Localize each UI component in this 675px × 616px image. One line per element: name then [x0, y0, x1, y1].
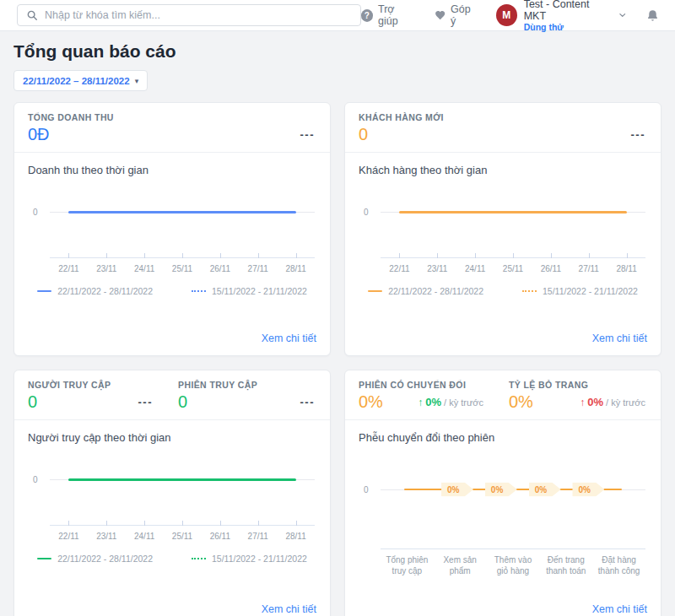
legend-swatch-solid: [368, 290, 382, 292]
y-axis-tick: 0: [33, 475, 38, 484]
funnel-category-label: Đến trang thanh toán: [539, 549, 592, 576]
card-visitors-sessions: NGƯỜI TRUY CẬP 0 --- PHIÊN TRUY CẬP 0 --…: [14, 370, 331, 616]
cards-grid: TỔNG DOANH THU 0Đ --- Doanh thu theo thờ…: [14, 102, 662, 616]
revenue-line-chart: 0: [28, 183, 315, 257]
heart-icon: [435, 9, 446, 21]
x-axis: 22/11 23/11 24/11 25/11 26/11 27/11 28/1…: [50, 257, 315, 273]
arrow-up-icon: ↑: [580, 397, 585, 408]
funnel-conversion-badge: 0%: [529, 483, 561, 497]
main-content: Tổng quan báo cáo 22/11/2022 – 28/11/202…: [0, 31, 675, 616]
x-axis-label: 27/11: [239, 526, 277, 541]
funnel-chart: 0 0% 0% 0% 0%: [359, 451, 645, 548]
avatar: M: [496, 4, 517, 26]
x-axis-label: 28/11: [608, 258, 645, 273]
visitors-line-chart: 0: [28, 451, 315, 525]
y-axis-tick: 0: [33, 208, 38, 217]
x-axis-label: 25/11: [164, 526, 202, 541]
legend-swatch-dotted: [192, 558, 206, 559]
legend-item-previous: 15/11/2022 - 21/11/2022: [192, 286, 307, 296]
funnel-category-label: Thêm vào giỏ hàng: [487, 549, 540, 576]
user-trial-badge: Dùng thử: [524, 22, 611, 32]
view-details-link[interactable]: Xem chi tiết: [262, 332, 316, 344]
legend-label: 15/11/2022 - 21/11/2022: [212, 554, 307, 564]
metric-value: 0Đ: [28, 125, 50, 144]
x-axis-label: 23/11: [418, 258, 456, 273]
chart-legend: 22/11/2022 - 28/11/2022 15/11/2022 - 21/…: [345, 286, 661, 296]
change-value: 0%: [587, 396, 603, 408]
x-axis-label: 27/11: [570, 258, 608, 273]
legend-item-previous: 15/11/2022 - 21/11/2022: [192, 554, 307, 564]
metric-label: KHÁCH HÀNG MỚI: [359, 112, 647, 122]
legend-item-current: 22/11/2022 - 28/11/2022: [368, 286, 483, 296]
view-details-link[interactable]: Xem chi tiết: [262, 603, 316, 615]
x-axis-label: 23/11: [88, 258, 126, 273]
notifications-button[interactable]: [645, 8, 660, 23]
metric-value: 0%: [509, 392, 533, 412]
metric-value: 0: [178, 392, 187, 412]
legend-label: 15/11/2022 - 21/11/2022: [543, 286, 638, 296]
help-label: Trợ giúp: [378, 3, 416, 27]
funnel-category-label: Xem sản phẩm: [434, 549, 487, 576]
metric-placeholder: ---: [300, 396, 316, 408]
metric-placeholder: ---: [138, 396, 154, 408]
x-axis-label: 25/11: [494, 258, 532, 273]
funnel-category-label: Tổng phiên truy cập: [381, 549, 434, 576]
funnel-conversion-badge: 0%: [572, 483, 604, 497]
chart-legend: 22/11/2022 - 28/11/2022 15/11/2022 - 21/…: [14, 286, 330, 296]
x-axis: 22/11 23/11 24/11 25/11 26/11 27/11 28/1…: [381, 257, 645, 273]
card-total-revenue: TỔNG DOANH THU 0Đ --- Doanh thu theo thờ…: [14, 102, 331, 356]
metric-sessions: PHIÊN TRUY CẬP 0 ---: [178, 380, 316, 412]
x-axis-label: 24/11: [456, 258, 494, 273]
legend-item-current: 22/11/2022 - 28/11/2022: [37, 554, 153, 564]
feedback-button[interactable]: Góp ý: [435, 3, 478, 27]
metric-bounce-rate: TỶ LỆ BỎ TRANG 0% ↑ 0% / kỳ trước: [509, 380, 647, 412]
user-menu[interactable]: M Test - Content MKT Dùng thử: [496, 0, 627, 32]
metric-value: 0%: [359, 392, 383, 412]
metric-label: NGƯỜI TRUY CẬP: [28, 380, 166, 390]
x-axis-label: 28/11: [277, 526, 315, 541]
x-axis-label: 23/11: [88, 526, 126, 541]
help-button[interactable]: ? Trợ giúp: [361, 3, 416, 27]
series-line-current: [68, 478, 296, 481]
arrow-up-icon: ↑: [418, 397, 423, 408]
chevron-down-icon: [618, 10, 627, 20]
x-axis-label: 26/11: [201, 258, 239, 273]
metric-label: TỔNG DOANH THU: [28, 112, 316, 122]
change-value: 0%: [425, 396, 441, 408]
chart-title: Doanh thu theo thời gian: [14, 153, 330, 176]
feedback-label: Góp ý: [451, 3, 478, 27]
y-axis-tick: 0: [364, 485, 369, 494]
metric-converted-sessions: PHIÊN CÓ CHUYỂN ĐỔI 0% ↑ 0% / kỳ trước: [359, 380, 497, 412]
search-box[interactable]: [17, 4, 361, 26]
x-axis-label: 28/11: [277, 258, 315, 273]
x-axis-label: 26/11: [532, 258, 570, 273]
funnel-conversion-badge: 0%: [485, 483, 517, 497]
x-axis-label: 22/11: [381, 258, 418, 273]
metric-label: PHIÊN TRUY CẬP: [178, 380, 316, 390]
legend-label: 22/11/2022 - 28/11/2022: [388, 286, 483, 296]
change-suffix: / kỳ trước: [444, 397, 483, 408]
metric-placeholder: ---: [300, 128, 316, 141]
customers-line-chart: 0: [359, 183, 645, 257]
search-input[interactable]: [45, 9, 352, 21]
x-axis-label: 22/11: [50, 526, 88, 541]
metric-change: ↑ 0% / kỳ trước: [580, 396, 645, 408]
series-line-current: [68, 211, 296, 213]
x-axis: 22/11 23/11 24/11 25/11 26/11 27/11 28/1…: [50, 525, 315, 541]
view-details-link[interactable]: Xem chi tiết: [592, 603, 647, 615]
x-axis: Tổng phiên truy cập Xem sản phẩm Thêm và…: [381, 548, 645, 576]
date-range-label: 22/11/2022 – 28/11/2022: [23, 76, 130, 86]
topbar: ? Trợ giúp Góp ý M Test - Content MKT Dù…: [0, 0, 675, 31]
x-axis-label: 22/11: [50, 258, 88, 273]
change-suffix: / kỳ trước: [606, 397, 645, 408]
series-line-current: [399, 211, 627, 213]
funnel-category-label: Đặt hàng thành công: [592, 549, 645, 576]
date-range-picker[interactable]: 22/11/2022 – 28/11/2022 ▾: [14, 70, 148, 91]
x-axis-label: 26/11: [201, 526, 239, 541]
chart-title: Khách hàng theo thời gian: [345, 153, 661, 176]
card-conversion-funnel: PHIÊN CÓ CHUYỂN ĐỔI 0% ↑ 0% / kỳ trước T…: [344, 370, 662, 616]
x-axis-label: 24/11: [126, 258, 164, 273]
metric-value: 0: [28, 392, 37, 412]
view-details-link[interactable]: Xem chi tiết: [592, 332, 647, 344]
chart-legend: 22/11/2022 - 28/11/2022 15/11/2022 - 21/…: [14, 554, 330, 564]
